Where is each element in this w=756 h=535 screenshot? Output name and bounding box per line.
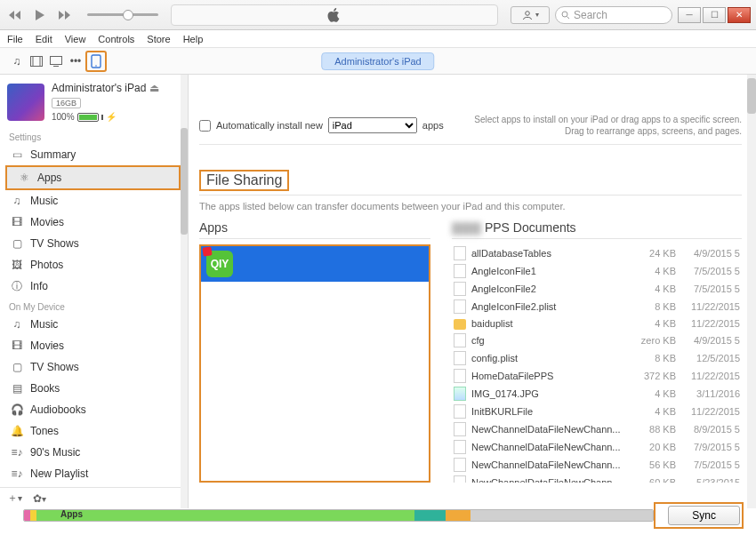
- auto-install-hint: Select apps to install on your iPad or d…: [474, 114, 742, 137]
- more-tab-icon[interactable]: •••: [66, 52, 85, 71]
- auto-install-checkbox[interactable]: [199, 120, 211, 132]
- capacity-label: Apps: [60, 509, 83, 519]
- menu-controls[interactable]: Controls: [98, 34, 134, 44]
- file-icon: [454, 264, 466, 278]
- menu-file[interactable]: File: [7, 34, 23, 44]
- menu-help[interactable]: Help: [183, 34, 204, 44]
- device-thumbnail: [7, 84, 44, 121]
- document-name: NewChannelDataFileNewChann...: [471, 459, 624, 470]
- document-date: 7/5/2015 5: [681, 266, 740, 276]
- file-icon: [454, 299, 466, 314]
- charging-icon: ⚡: [106, 112, 117, 122]
- document-name: AngleIconFile2: [471, 283, 624, 294]
- document-row[interactable]: AngleIconFile14 KB7/5/2015 5: [452, 262, 742, 280]
- lcd-display: [171, 4, 498, 26]
- maximize-button[interactable]: ☐: [703, 7, 726, 23]
- settings-gear-button[interactable]: ✿▾: [33, 492, 46, 505]
- tv-tab-icon[interactable]: [46, 52, 66, 71]
- document-size: 56 KB: [630, 459, 676, 470]
- prev-button[interactable]: [5, 7, 25, 23]
- sidebar-item-od-music[interactable]: ♫Music: [0, 314, 188, 335]
- document-name: NewChannelDataFileNewChann...: [471, 424, 624, 435]
- document-size: 8 KB: [630, 353, 676, 363]
- sidebar-item-music[interactable]: ♫Music: [0, 190, 188, 212]
- document-row[interactable]: NewChannelDataFileNewChann...56 KB7/5/20…: [452, 456, 742, 474]
- next-button[interactable]: [55, 7, 75, 23]
- document-row[interactable]: NewChannelDataFileNewChann...88 KB8/9/20…: [452, 420, 742, 438]
- document-name: NewChannelDataFileNewChann...: [471, 442, 624, 452]
- document-name: HomeDataFilePPS: [471, 371, 624, 381]
- content-scrollbar[interactable]: [747, 75, 756, 508]
- app-row-selected[interactable]: QIY: [201, 246, 429, 282]
- content: Automatically install new iPad apps Sele…: [189, 75, 756, 508]
- file-icon: [454, 369, 466, 383]
- document-size: 4 KB: [630, 388, 676, 399]
- sidebar-item-od-audiobooks[interactable]: 🎧Audiobooks: [0, 399, 188, 420]
- volume-slider[interactable]: [87, 13, 158, 16]
- sync-button[interactable]: Sync: [668, 506, 740, 525]
- document-size: 88 KB: [630, 424, 676, 435]
- document-row[interactable]: NewChannelDataFileNewChann...60 KB5/23/2…: [452, 474, 742, 483]
- menu-store[interactable]: Store: [147, 34, 170, 44]
- menu-view[interactable]: View: [65, 34, 86, 44]
- device-name-pill[interactable]: Administrator's iPad: [321, 52, 434, 70]
- document-name: AngleIconFile2.plist: [471, 301, 624, 312]
- svg-point-1: [562, 12, 567, 17]
- document-size: zero KB: [630, 335, 676, 346]
- minimize-button[interactable]: ─: [678, 7, 701, 23]
- account-button[interactable]: ▾: [511, 6, 550, 24]
- sidebar-item-od-90smusic[interactable]: ≡♪90's Music: [0, 442, 188, 463]
- document-row[interactable]: config.plist8 KB12/5/2015: [452, 349, 742, 367]
- sidebar-item-od-tv[interactable]: ▢TV Shows: [0, 356, 188, 378]
- close-button[interactable]: ✕: [728, 7, 751, 23]
- image-file-icon: [454, 387, 466, 401]
- add-button[interactable]: ＋▾: [7, 491, 22, 506]
- play-button[interactable]: [30, 7, 50, 23]
- music-tab-icon[interactable]: ♫: [7, 52, 27, 71]
- tones-icon: 🔔: [11, 425, 23, 437]
- file-icon: [454, 246, 466, 260]
- sidebar-item-photos[interactable]: 🖼Photos: [0, 254, 188, 275]
- svg-rect-3: [31, 56, 43, 66]
- sidebar-item-apps[interactable]: ⚛Apps: [7, 167, 179, 188]
- capacity-segment: [446, 510, 470, 521]
- summary-icon: ▭: [11, 148, 23, 161]
- sidebar-item-od-tones[interactable]: 🔔Tones: [0, 420, 188, 442]
- document-row[interactable]: IMG_0174.JPG4 KB3/11/2016: [452, 385, 742, 403]
- capacity-bar: Apps Sync: [23, 505, 744, 526]
- documents-list[interactable]: allDatabaseTables24 KB4/9/2015 5AngleIco…: [452, 244, 742, 483]
- audiobooks-icon: 🎧: [11, 403, 23, 416]
- playlist-icon: ≡♪: [11, 446, 23, 459]
- document-row[interactable]: AngleIconFile24 KB7/5/2015 5: [452, 280, 742, 298]
- document-row[interactable]: cfgzero KB4/9/2015 5: [452, 331, 742, 349]
- sidebar-item-tvshows[interactable]: ▢TV Shows: [0, 233, 188, 254]
- auto-install-select[interactable]: iPad: [328, 117, 417, 133]
- sidebar-item-od-books[interactable]: ▤Books: [0, 378, 188, 399]
- document-row[interactable]: allDatabaseTables24 KB4/9/2015 5: [452, 244, 742, 262]
- document-row[interactable]: NewChannelDataFileNewChann...20 KB7/9/20…: [452, 438, 742, 456]
- document-row[interactable]: baiduplist4 KB11/22/2015: [452, 315, 742, 331]
- titlebar: ▾ Search ─ ☐ ✕: [0, 0, 756, 30]
- sidebar-item-od-movies[interactable]: 🎞Movies: [0, 335, 188, 356]
- auto-install-label-post: apps: [422, 120, 444, 131]
- device-tab-button[interactable]: [85, 51, 107, 72]
- document-row[interactable]: HomeDataFilePPS372 KB11/22/2015: [452, 367, 742, 385]
- movies-tab-icon[interactable]: [27, 52, 46, 71]
- document-row[interactable]: InitBKURLFile4 KB11/22/2015: [452, 403, 742, 420]
- search-field[interactable]: Search: [555, 6, 672, 24]
- file-icon: [454, 475, 466, 483]
- file-sharing-heading: File Sharing: [199, 170, 742, 196]
- eject-icon[interactable]: ⏏: [149, 82, 159, 94]
- apps-list[interactable]: QIY: [199, 244, 430, 483]
- document-row[interactable]: AngleIconFile2.plist8 KB11/22/2015: [452, 298, 742, 315]
- document-size: 24 KB: [630, 248, 676, 259]
- document-date: 3/11/2016: [681, 388, 740, 399]
- sidebar-scrollbar[interactable]: [181, 75, 188, 508]
- device-capacity: 16GB: [52, 98, 81, 108]
- sidebar-item-movies[interactable]: 🎞Movies: [0, 212, 188, 233]
- auto-install-label-pre: Automatically install new: [216, 120, 323, 131]
- sidebar-item-info[interactable]: ⓘInfo: [0, 275, 188, 297]
- menu-edit[interactable]: Edit: [36, 34, 52, 44]
- sidebar-item-od-newplaylist[interactable]: ≡♪New Playlist: [0, 463, 188, 484]
- sidebar-item-summary[interactable]: ▭Summary: [0, 144, 188, 165]
